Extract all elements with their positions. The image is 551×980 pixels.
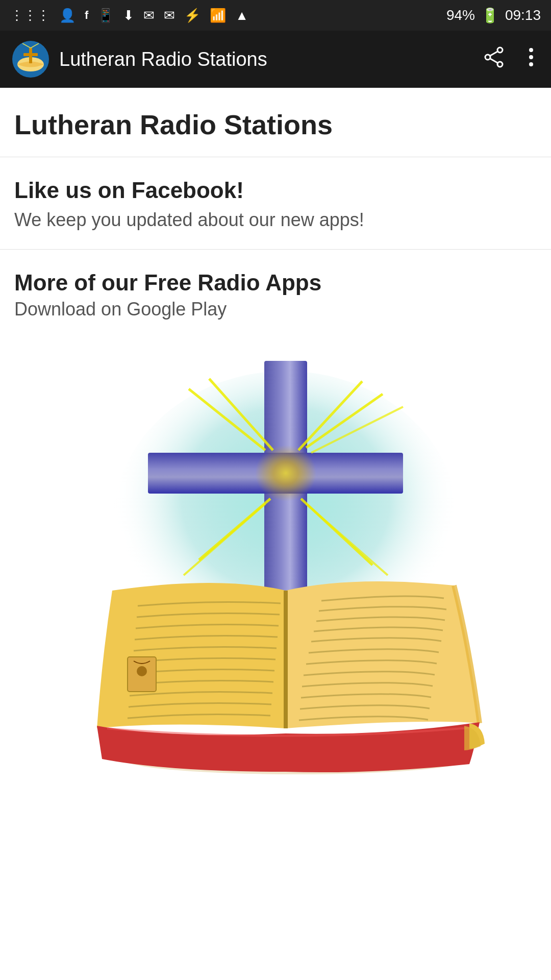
facebook-section[interactable]: Like us on Facebook! We keep you updated… [0, 157, 551, 250]
battery-icon: 🔋 [481, 7, 499, 24]
svg-point-8 [497, 62, 503, 67]
time-display: 09:13 [505, 7, 541, 23]
radio-apps-section[interactable]: More of our Free Radio Apps Download on … [0, 250, 551, 790]
status-bar-right: 94% 🔋 09:13 [446, 7, 541, 24]
app-icon [12, 41, 49, 78]
tablet-icon: 📱 [97, 8, 114, 23]
toolbar-title: Lutheran Radio Stations [59, 48, 468, 70]
email-icon: ✉ [143, 8, 155, 23]
menu-icon: ⋮⋮⋮ [10, 8, 50, 23]
svg-line-10 [490, 59, 497, 63]
facebook-icon: f [85, 9, 88, 22]
download-icon: ⬇ [123, 8, 134, 23]
app-icon-wrap [12, 41, 49, 78]
svg-point-6 [497, 47, 503, 53]
person-icon: 👤 [59, 8, 76, 23]
illustration-wrap [14, 330, 537, 790]
svg-point-17 [255, 445, 316, 501]
share-button[interactable] [479, 42, 509, 77]
svg-point-7 [485, 55, 490, 60]
svg-rect-3 [23, 53, 38, 56]
svg-point-13 [529, 62, 533, 66]
page-title-section: Lutheran Radio Stations [0, 88, 551, 157]
svg-point-29 [137, 666, 147, 676]
main-content: Lutheran Radio Stations Like us on Faceb… [0, 88, 551, 790]
bluetooth-icon: ⚡ [184, 8, 201, 23]
app-toolbar: Lutheran Radio Stations [0, 31, 551, 88]
status-bar: ⋮⋮⋮ 👤 f 📱 ⬇ ✉ ✉ ⚡ 📶 ▲ 94% 🔋 09:13 [0, 0, 551, 31]
cross-bible-illustration [66, 340, 485, 779]
facebook-heading: Like us on Facebook! [14, 178, 537, 203]
battery-text: 94% [446, 7, 475, 23]
status-bar-left: ⋮⋮⋮ 👤 f 📱 ⬇ ✉ ✉ ⚡ 📶 ▲ [10, 8, 248, 23]
radio-apps-heading: More of our Free Radio Apps [14, 270, 537, 296]
signal-icon: ▲ [235, 8, 248, 23]
facebook-subtext: We keep you updated about our new apps! [14, 209, 537, 231]
svg-point-12 [529, 55, 533, 59]
wifi-icon: 📶 [210, 8, 226, 23]
more-options-button[interactable] [523, 42, 539, 77]
svg-point-11 [529, 48, 533, 52]
toolbar-actions [479, 42, 539, 77]
email2-icon: ✉ [164, 8, 175, 23]
page-title: Lutheran Radio Stations [14, 108, 537, 141]
svg-line-9 [490, 52, 497, 56]
radio-apps-subtext: Download on Google Play [14, 299, 537, 320]
